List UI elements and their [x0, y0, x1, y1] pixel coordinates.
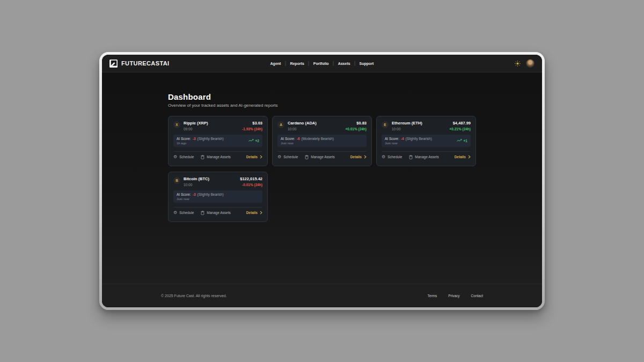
ai-score-label: AI Score: — [385, 137, 399, 141]
trash-icon — [305, 155, 309, 159]
ai-score-sentiment: (Moderately Bearish) — [302, 137, 334, 141]
coin-time: 10:00 — [288, 127, 317, 131]
details-button[interactable]: Details — [350, 155, 367, 159]
brand-logo-icon — [109, 60, 118, 68]
nav-item-reports[interactable]: Reports — [286, 62, 308, 65]
ai-score-panel: AI Score: -6 (Moderately Bearish) Just n… — [277, 135, 367, 147]
score-updated: Just now — [281, 142, 334, 145]
chevron-right-icon — [364, 155, 367, 159]
ai-score-label: AI Score: — [177, 193, 191, 196]
coin-price: $122,015.42 — [240, 176, 262, 181]
coin-price: $0.83 — [345, 121, 367, 125]
nav-item-agent[interactable]: Agent — [266, 62, 286, 65]
details-button[interactable]: Details — [246, 155, 262, 159]
nav-item-assets[interactable]: Assets — [334, 62, 355, 65]
details-button[interactable]: Details — [455, 155, 471, 159]
ai-score-sentiment: (Slightly Bearish) — [197, 193, 224, 196]
gear-icon: ⚙ — [173, 211, 177, 215]
page-subtitle: Overview of your tracked assets and AI-g… — [168, 103, 476, 108]
page-title: Dashboard — [168, 92, 476, 101]
ai-score-panel: AI Score: -3 (Slightly Bearish) Just now — [173, 190, 262, 203]
score-updated: 1h ago — [177, 142, 224, 145]
details-button[interactable]: Details — [246, 211, 262, 215]
schedule-button[interactable]: ⚙ Schedule — [173, 211, 194, 215]
top-navigation-bar: FUTURECASTAI Agent Reports Portfolio Ass… — [102, 55, 542, 72]
trash-icon — [409, 155, 413, 159]
asset-card-bitcoin: B Bitcoin (BTC) 10:00 $122,015.42 -0.01%… — [168, 172, 268, 222]
ai-score-value: -3 — [193, 137, 196, 141]
ai-score-panel: AI Score: -4 (Slightly Bearish) Just now… — [382, 135, 471, 147]
trend-indicator: +2 — [248, 139, 259, 143]
manage-assets-button[interactable]: Manage Assets — [305, 155, 334, 159]
chevron-right-icon — [468, 155, 471, 159]
chevron-right-icon — [260, 211, 262, 215]
theme-toggle-sun-icon[interactable] — [515, 61, 521, 67]
asset-card-cardano: A Cardano (ADA) 10:00 $0.83 +0.01% (24h) — [272, 116, 372, 166]
coin-name: Cardano (ADA) — [288, 121, 317, 125]
schedule-button[interactable]: ⚙ Schedule — [382, 155, 402, 159]
coin-name: Ethereum (ETH) — [392, 121, 422, 125]
score-updated: Just now — [385, 142, 432, 145]
trash-icon — [201, 155, 204, 159]
brand-logo[interactable]: FUTURECASTAI — [109, 60, 170, 68]
coin-price: $3.03 — [242, 121, 262, 125]
coin-price: $4,487.99 — [449, 121, 471, 125]
asset-card-ethereum: E Ethereum (ETH) 10:00 $4,487.99 +0.21% … — [376, 116, 476, 166]
ai-score-label: AI Score: — [177, 137, 191, 141]
trend-indicator: +1 — [457, 139, 467, 143]
trending-up-icon — [457, 139, 462, 142]
ai-score-value: -6 — [297, 137, 300, 141]
ai-score-value: -4 — [401, 137, 404, 141]
coin-time: 10:00 — [184, 183, 209, 187]
main-nav: Agent Reports Portfolio Assets Support — [266, 61, 378, 66]
footer-link-privacy[interactable]: Privacy — [448, 294, 459, 298]
gear-icon: ⚙ — [173, 155, 177, 159]
coin-name: Bitcoin (BTC) — [184, 176, 209, 181]
user-avatar[interactable] — [526, 59, 535, 68]
footer: © 2025 Future Cast. All rights reserved.… — [102, 284, 542, 307]
chevron-right-icon — [260, 155, 262, 159]
score-updated: Just now — [177, 197, 224, 201]
trash-icon — [201, 211, 204, 215]
copyright-text: © 2025 Future Cast. All rights reserved. — [161, 294, 227, 298]
manage-assets-button[interactable]: Manage Assets — [201, 211, 230, 215]
coin-time: 09:00 — [184, 127, 208, 131]
coin-avatar: A — [277, 121, 284, 128]
brand-name: FUTURECASTAI — [121, 60, 170, 67]
manage-assets-button[interactable]: Manage Assets — [201, 155, 230, 159]
coin-avatar: E — [382, 121, 389, 128]
coin-time: 10:00 — [392, 127, 422, 131]
manage-assets-button[interactable]: Manage Assets — [409, 155, 438, 159]
coin-change: +0.21% (24h) — [449, 127, 471, 131]
nav-item-portfolio[interactable]: Portfolio — [309, 62, 333, 65]
ai-score-sentiment: (Slightly Bearish) — [197, 137, 224, 141]
footer-links: Terms Privacy Contact — [428, 294, 483, 298]
gear-icon: ⚙ — [382, 155, 385, 159]
coin-change: -0.01% (24h) — [240, 183, 262, 187]
coin-avatar: X — [173, 121, 180, 128]
ai-score-value: -3 — [193, 193, 196, 196]
coin-avatar: B — [173, 177, 180, 184]
nav-item-support[interactable]: Support — [355, 62, 378, 65]
asset-card-grid: X Ripple (XRP) 09:00 $3.03 -1.93% (24h) — [168, 116, 476, 222]
topbar-right — [515, 59, 535, 68]
ai-score-sentiment: (Slightly Bearish) — [406, 137, 432, 141]
coin-change: +0.01% (24h) — [345, 127, 367, 131]
gear-icon: ⚙ — [277, 155, 281, 159]
main-content: Dashboard Overview of your tracked asset… — [102, 72, 542, 284]
ai-score-panel: AI Score: -3 (Slightly Bearish) 1h ago +… — [173, 135, 262, 147]
schedule-button[interactable]: ⚙ Schedule — [173, 155, 194, 159]
app-screen: FUTURECASTAI Agent Reports Portfolio Ass… — [102, 55, 542, 307]
ai-score-label: AI Score: — [281, 137, 295, 141]
coin-name: Ripple (XRP) — [184, 121, 208, 125]
asset-card-ripple: X Ripple (XRP) 09:00 $3.03 -1.93% (24h) — [168, 116, 268, 166]
footer-link-terms[interactable]: Terms — [428, 294, 437, 298]
schedule-button[interactable]: ⚙ Schedule — [277, 155, 298, 159]
footer-link-contact[interactable]: Contact — [471, 294, 483, 298]
browser-frame: FUTURECASTAI Agent Reports Portfolio Ass… — [99, 52, 545, 310]
coin-change: -1.93% (24h) — [242, 127, 262, 131]
trending-up-icon — [248, 139, 254, 142]
